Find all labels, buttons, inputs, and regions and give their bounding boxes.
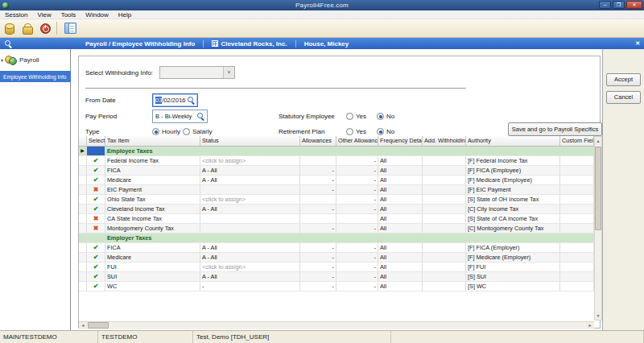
table-row[interactable]: ✔Cleveland Income TaxA - All--All[C] Cit… bbox=[79, 205, 594, 214]
toolbar bbox=[0, 19, 644, 38]
menu-item-window[interactable]: Window bbox=[80, 11, 113, 19]
horizontal-scroll-thumb[interactable] bbox=[88, 322, 109, 329]
table-row[interactable]: ✔FICAA - All--All[F] FICA (Employee) bbox=[79, 166, 594, 176]
table-group-row[interactable]: ▶Employee Taxes bbox=[79, 147, 594, 156]
column-header-add-withholding[interactable]: Add. Withholding bbox=[423, 136, 466, 146]
select-cell[interactable]: ✔ bbox=[87, 272, 105, 281]
tab-2[interactable]: Cleveland Rocks, Inc. bbox=[203, 40, 295, 48]
frequency-detail-cell: All bbox=[378, 166, 423, 175]
row-indicator-cell bbox=[79, 253, 87, 262]
row-indicator-cell bbox=[79, 156, 87, 165]
retirement-no-radio[interactable] bbox=[377, 128, 384, 135]
status-cell[interactable]: A - All bbox=[200, 176, 300, 184]
from-date-input[interactable]: 03/02/2016 bbox=[152, 93, 198, 107]
power-button[interactable] bbox=[37, 21, 53, 36]
menu-item-help[interactable]: Help bbox=[114, 11, 136, 19]
table-row[interactable]: ✔MedicareA - All--All[F] Medicare (Emplo… bbox=[79, 253, 594, 262]
retirement-yes-radio[interactable] bbox=[346, 128, 353, 135]
status-cell[interactable]: <click to assign> bbox=[200, 156, 300, 165]
type-salarly-radio[interactable] bbox=[183, 128, 190, 135]
status-cell[interactable]: A - All bbox=[200, 272, 300, 281]
status-cell[interactable]: <click to assign> bbox=[200, 195, 300, 204]
date-lookup-icon[interactable] bbox=[188, 97, 195, 104]
menu-item-session[interactable]: Session bbox=[0, 11, 32, 19]
column-header-status[interactable]: Status bbox=[200, 136, 300, 146]
close-button[interactable]: ✕ bbox=[626, 1, 642, 9]
status-cell[interactable]: <click to assign> bbox=[200, 262, 300, 271]
select-cell[interactable]: ✔ bbox=[87, 243, 105, 252]
status-cell[interactable]: A - All bbox=[200, 166, 300, 175]
table-row[interactable]: ✔SUIA - All--All[S] SUI bbox=[79, 272, 594, 282]
column-header-authority[interactable]: Authority bbox=[466, 136, 560, 146]
vertical-scroll-thumb[interactable] bbox=[595, 147, 601, 230]
accept-button[interactable]: Accept bbox=[606, 73, 641, 86]
select-cell[interactable]: ✔ bbox=[87, 156, 105, 165]
table-row[interactable]: ✔MedicareA - All--All[F] Medicare (Emplo… bbox=[79, 176, 594, 185]
status-cell[interactable] bbox=[200, 214, 300, 223]
chevron-down-icon: ▼ bbox=[223, 67, 234, 78]
select-cell[interactable]: ✔ bbox=[87, 253, 105, 262]
select-cell[interactable]: ✔ bbox=[87, 195, 105, 204]
table-row[interactable]: ✖CA State Income TaxAll[S] State of CA I… bbox=[79, 214, 594, 224]
menu-item-tools[interactable]: Tools bbox=[56, 11, 81, 19]
database-button[interactable] bbox=[2, 21, 18, 36]
row-indicator-cell bbox=[79, 176, 87, 184]
sidebar-item-employee-withholding-info[interactable]: Employee Withholding Info bbox=[0, 71, 71, 82]
scroll-right-icon[interactable]: ► bbox=[586, 322, 594, 329]
minimize-button[interactable]: ─ bbox=[599, 1, 611, 9]
table-row[interactable]: ✔Ohio State Tax<click to assign>-All[S] … bbox=[79, 195, 594, 205]
statutory-yes-radio[interactable] bbox=[346, 113, 353, 120]
status-cell[interactable]: A - All bbox=[200, 205, 300, 213]
status-cell[interactable] bbox=[200, 185, 300, 194]
select-cell[interactable]: ✔ bbox=[87, 166, 105, 175]
table-row[interactable]: ✔FUI<click to assign>--All[F] FUI bbox=[79, 262, 594, 272]
table-group-row[interactable]: Employer Taxes bbox=[79, 233, 594, 243]
column-header-tax-item[interactable]: Tax Item bbox=[105, 136, 200, 146]
search-button[interactable] bbox=[0, 40, 16, 48]
select-cell[interactable]: ✔ bbox=[87, 282, 105, 291]
select-cell[interactable]: ✖ bbox=[87, 214, 105, 223]
save-payroll-specifics-button[interactable]: Save and go to Payroll Specifics bbox=[508, 122, 602, 136]
column-header-frequency-detail[interactable]: Frequency Detail bbox=[378, 136, 423, 146]
table-row[interactable]: ✖Montogomery County Tax--All[C] Montogom… bbox=[79, 224, 594, 233]
pay-period-lookup-icon[interactable] bbox=[197, 113, 204, 120]
notebook-icon bbox=[64, 23, 76, 34]
notebook-button[interactable] bbox=[62, 21, 78, 36]
withholding-select[interactable]: ▼ bbox=[159, 66, 235, 79]
lock-button[interactable] bbox=[19, 21, 35, 36]
tab-1[interactable]: Payroll / Employee Withholding Info bbox=[77, 40, 203, 48]
column-header-allowances[interactable]: Allowances bbox=[300, 136, 336, 146]
type-hourly-radio[interactable] bbox=[152, 128, 159, 135]
table-row[interactable]: ✔FICAA - All--All[F] FICA (Employer) bbox=[79, 243, 594, 253]
maximize-button[interactable]: ❐ bbox=[613, 1, 625, 9]
status-cell[interactable]: - bbox=[200, 282, 300, 291]
select-cell[interactable]: ✖ bbox=[87, 224, 105, 233]
collapse-arrow-icon[interactable]: ▾ bbox=[1, 57, 3, 63]
status-cell[interactable]: A - All bbox=[200, 243, 300, 252]
horizontal-scrollbar[interactable]: ◄ ► bbox=[79, 321, 594, 329]
select-cell[interactable]: ✔ bbox=[87, 262, 105, 271]
select-cell[interactable]: ✖ bbox=[87, 185, 105, 194]
cancel-button[interactable]: Cancel bbox=[606, 91, 641, 104]
column-header-select[interactable]: Select bbox=[87, 136, 105, 146]
status-cell[interactable]: A - All bbox=[200, 253, 300, 262]
statutory-no-radio[interactable] bbox=[377, 113, 384, 120]
table-row[interactable]: ✔WC---All[S] WC bbox=[79, 282, 594, 291]
scroll-down-icon[interactable]: ▼ bbox=[595, 312, 601, 320]
status-cell[interactable] bbox=[200, 224, 300, 233]
menu-item-view[interactable]: View bbox=[32, 11, 56, 19]
column-header-custom-field-va[interactable]: Custom Field Va bbox=[560, 136, 594, 146]
vertical-scrollbar[interactable]: ▲ ▼ bbox=[594, 136, 602, 320]
select-cell[interactable]: ✔ bbox=[87, 176, 105, 184]
tab-3[interactable]: House, Mickey bbox=[295, 40, 357, 48]
pay-period-input[interactable]: B - Bi-Weekly bbox=[152, 110, 208, 123]
table-row[interactable]: ✔Federal Income Tax<click to assign>-All… bbox=[79, 156, 594, 166]
sidebar-item-payroll[interactable]: ▾ Payroll bbox=[0, 53, 71, 66]
column-header-other-allowances[interactable]: Other Allowances bbox=[336, 136, 378, 146]
scroll-left-icon[interactable]: ◄ bbox=[79, 322, 87, 329]
select-cell[interactable]: ✔ bbox=[87, 205, 105, 213]
row-indicator-cell bbox=[79, 282, 87, 291]
table-row[interactable]: ✖EIC Payment--All[F] EIC Payment bbox=[79, 185, 594, 195]
scroll-up-icon[interactable]: ▲ bbox=[595, 137, 601, 145]
tab-close-icon[interactable]: ✕ bbox=[635, 40, 640, 47]
